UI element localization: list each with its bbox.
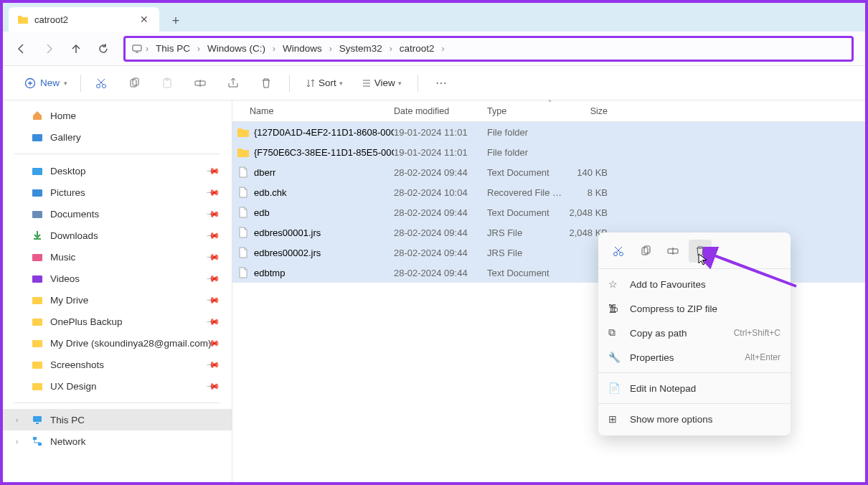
delete-button[interactable] (253, 70, 279, 96)
copy-button[interactable] (121, 70, 147, 96)
sidebar-item[interactable]: My Drive (skoundinya28@gmail.com)📌 (3, 332, 232, 354)
breadcrumb-item[interactable]: This PC (151, 43, 194, 54)
ctx-item-zip[interactable]: 🗜Compress to ZIP file (598, 296, 791, 321)
ctx-item-wrench[interactable]: 🔧PropertiesAlt+Enter (598, 345, 791, 369)
pin-icon: 📌 (206, 207, 221, 222)
plus-circle-icon (24, 77, 36, 89)
up-button[interactable] (65, 37, 88, 60)
pin-icon: 📌 (206, 357, 221, 372)
svg-rect-22 (38, 443, 42, 446)
sidebar-item-gallery[interactable]: Gallery (3, 126, 232, 148)
ctx-label: Properties (630, 352, 674, 363)
svg-rect-14 (32, 276, 42, 283)
text-icon (237, 206, 250, 219)
more-button[interactable]: ⋯ (428, 70, 454, 96)
sidebar-item[interactable]: ›Network (3, 430, 232, 452)
folder-icon (17, 14, 29, 25)
view-button[interactable]: View ▾ (356, 77, 407, 88)
breadcrumb[interactable]: › This PC › Windows (C:) › Windows › Sys… (123, 36, 854, 62)
videos-icon (32, 273, 43, 284)
sort-button[interactable]: Sort ▾ (300, 77, 349, 88)
file-row[interactable]: edb28-02-2024 09:44Text Document2,048 KB (232, 202, 865, 222)
shortcut: Ctrl+Shift+C (734, 328, 780, 338)
ctx-cut-button[interactable] (607, 240, 630, 263)
breadcrumb-item[interactable]: System32 (335, 43, 387, 54)
pin-icon: 📌 (206, 185, 221, 200)
file-row[interactable]: {127D0A1D-4EF2-11D1-8608-00C04FC295...19… (232, 122, 865, 142)
file-date: 28-02-2024 09:44 (394, 227, 487, 238)
ctx-item-copypath[interactable]: ⧉Copy as pathCtrl+Shift+C (598, 321, 791, 345)
column-date[interactable]: Date modified (394, 106, 487, 116)
network-icon (32, 435, 43, 447)
refresh-button[interactable] (92, 37, 115, 60)
file-type: Recovered File Fra... (487, 187, 566, 198)
breadcrumb-item[interactable]: catroot2 (395, 43, 439, 54)
back-button[interactable] (10, 37, 33, 60)
file-type: File folder (487, 147, 566, 158)
folder-icon (32, 380, 43, 392)
pin-icon: 📌 (206, 250, 221, 265)
toolbar: New ▾ Sort ▾ View ▾ ⋯ (3, 66, 865, 100)
sidebar-item[interactable]: My Drive📌 (3, 289, 232, 311)
window-tab[interactable]: catroot2 ✕ (9, 7, 159, 32)
cut-button[interactable] (88, 70, 114, 96)
column-name[interactable]: Name (232, 106, 394, 116)
file-row[interactable]: dberr28-02-2024 09:44Text Document140 KB (232, 162, 865, 182)
file-icon (237, 226, 250, 239)
sidebar-item[interactable]: OnePlus Backup📌 (3, 311, 232, 332)
ctx-copy-button[interactable] (634, 240, 657, 263)
file-date: 28-02-2024 09:44 (394, 207, 487, 218)
chevron-right-icon: › (270, 44, 278, 54)
sidebar-item[interactable]: Downloads📌 (3, 225, 232, 246)
ctx-rename-button[interactable] (661, 240, 684, 263)
sidebar-item[interactable]: UX Design📌 (3, 375, 232, 397)
column-size[interactable]: Size (566, 106, 616, 116)
sidebar-item[interactable]: Pictures📌 (3, 182, 232, 203)
view-icon (362, 78, 372, 88)
ctx-item-notepad[interactable]: 📄Edit in Notepad (598, 376, 791, 400)
folder-icon (32, 359, 43, 370)
new-button[interactable]: New ▾ (17, 75, 81, 92)
file-row[interactable]: {F750E6C3-38EE-11D1-85E5-00C04FC295...19… (232, 142, 865, 162)
svg-rect-19 (32, 383, 42, 390)
folder-icon (237, 126, 250, 138)
svg-rect-0 (133, 45, 141, 51)
sidebar-item[interactable]: Documents📌 (3, 203, 232, 225)
sidebar-item[interactable]: Music📌 (3, 246, 232, 268)
file-size: 8 KB (566, 187, 616, 198)
file-name: edbtmp (254, 268, 285, 278)
chevron-right-icon: › (16, 416, 18, 424)
sidebar-item-home[interactable]: Home (3, 105, 232, 126)
pin-icon: 📌 (206, 379, 221, 394)
nav-bar: › This PC › Windows (C:) › Windows › Sys… (3, 32, 865, 66)
svg-rect-10 (32, 168, 42, 175)
separator (598, 268, 791, 269)
pin-icon: 📌 (206, 314, 221, 329)
forward-button[interactable] (37, 37, 60, 60)
paste-button[interactable] (154, 70, 180, 96)
close-icon[interactable]: ✕ (138, 13, 151, 26)
rename-button[interactable] (187, 70, 213, 96)
ctx-item-star[interactable]: ☆Add to Favourites (598, 272, 791, 296)
file-icon (237, 186, 250, 199)
sidebar-item[interactable]: Screenshots📌 (3, 354, 232, 375)
share-button[interactable] (220, 70, 246, 96)
svg-point-24 (620, 253, 623, 256)
breadcrumb-item[interactable]: Windows (278, 43, 326, 54)
text-icon (237, 266, 250, 279)
sidebar-item[interactable]: Desktop📌 (3, 160, 232, 182)
sidebar-item[interactable]: Videos📌 (3, 268, 232, 289)
pin-icon: 📌 (206, 164, 221, 179)
file-row[interactable]: edb.chk28-02-2024 10:04Recovered File Fr… (232, 182, 865, 202)
documents-icon (32, 208, 43, 220)
folder-icon (32, 294, 43, 306)
file-type: JRS File (487, 248, 566, 258)
new-tab-button[interactable]: + (165, 10, 187, 32)
sidebar-item[interactable]: ›This PC (3, 409, 232, 430)
ctx-item-more[interactable]: ⊞Show more options (598, 407, 791, 431)
pin-icon: 📌 (206, 228, 221, 243)
ctx-delete-button[interactable] (689, 240, 712, 263)
breadcrumb-item[interactable]: Windows (C:) (203, 43, 270, 54)
pin-icon: 📌 (206, 271, 221, 286)
column-type[interactable]: Type (487, 106, 566, 116)
